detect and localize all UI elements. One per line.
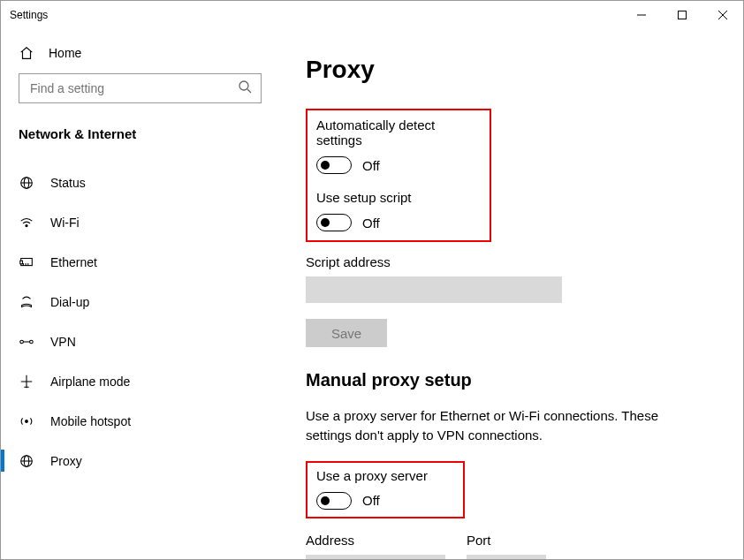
sidebar-item-label: VPN	[50, 335, 76, 349]
ethernet-icon	[19, 254, 34, 270]
window-controls	[621, 1, 743, 29]
content: Home Network & Internet	[1, 29, 743, 559]
script-address-label: Script address	[306, 254, 717, 269]
sidebar-item-label: Wi-Fi	[50, 216, 80, 230]
sidebar-item-dialup[interactable]: Dial-up	[1, 282, 279, 322]
svg-point-9	[26, 224, 27, 226]
address-port-row: Address Port	[306, 529, 717, 560]
setup-script-toggle[interactable]	[316, 214, 352, 231]
svg-point-4	[239, 81, 248, 90]
address-input[interactable]	[306, 555, 445, 560]
page-title: Proxy	[306, 56, 717, 84]
svg-point-16	[20, 340, 24, 344]
nav-list: Status Wi-Fi	[1, 152, 279, 481]
main-panel: Proxy Automatically detect settings Off …	[279, 29, 743, 559]
sidebar-item-label: Dial-up	[50, 295, 89, 309]
use-proxy-state: Off	[362, 493, 380, 508]
titlebar: Settings	[1, 1, 743, 29]
manual-heading: Manual proxy setup	[306, 370, 717, 390]
svg-rect-1	[679, 11, 687, 19]
sidebar-item-status[interactable]: Status	[1, 163, 279, 202]
sidebar-item-proxy[interactable]: Proxy	[1, 441, 279, 481]
port-input[interactable]	[467, 555, 546, 560]
save-button[interactable]: Save	[306, 319, 387, 347]
auto-detect-setting: Automatically detect settings Off	[316, 117, 481, 174]
wifi-icon	[19, 215, 34, 231]
setup-script-state: Off	[362, 216, 380, 231]
setup-script-setting: Use setup script Off	[316, 190, 481, 231]
status-icon	[19, 175, 34, 191]
highlight-proxy-section: Use a proxy server Off	[306, 461, 465, 518]
sidebar-item-label: Proxy	[50, 454, 82, 468]
vpn-icon	[19, 334, 34, 350]
dialup-icon	[19, 294, 34, 310]
search-wrap	[1, 70, 279, 119]
home-label: Home	[49, 46, 81, 60]
svg-point-17	[30, 340, 34, 344]
window-title: Settings	[10, 9, 621, 21]
svg-point-19	[26, 420, 28, 422]
setup-script-label: Use setup script	[316, 190, 481, 205]
search-input[interactable]	[28, 80, 238, 96]
sidebar-item-label: Ethernet	[50, 255, 97, 269]
sidebar-item-hotspot[interactable]: Mobile hotspot	[1, 401, 279, 441]
sidebar-item-label: Status	[50, 176, 86, 190]
manual-description: Use a proxy server for Ethernet or Wi-Fi…	[306, 406, 686, 445]
sidebar-item-vpn[interactable]: VPN	[1, 322, 279, 361]
auto-detect-state: Off	[362, 158, 380, 173]
auto-detect-toggle[interactable]	[316, 156, 352, 174]
sidebar-item-ethernet[interactable]: Ethernet	[1, 242, 279, 282]
airplane-icon	[19, 374, 34, 390]
sidebar: Home Network & Internet	[1, 29, 279, 559]
search-box[interactable]	[19, 73, 262, 103]
use-proxy-toggle[interactable]	[316, 492, 352, 510]
home-icon	[19, 45, 34, 61]
maximize-button[interactable]	[662, 1, 702, 29]
category-title: Network & Internet	[1, 119, 279, 152]
minimize-button[interactable]	[621, 1, 662, 29]
highlight-auto-section: Automatically detect settings Off Use se…	[306, 109, 491, 242]
sidebar-item-label: Mobile hotspot	[50, 414, 131, 428]
home-link[interactable]: Home	[1, 29, 279, 70]
sidebar-item-wifi[interactable]: Wi-Fi	[1, 202, 279, 242]
hotspot-icon	[19, 413, 34, 429]
port-label: Port	[467, 533, 546, 548]
address-label: Address	[306, 533, 445, 548]
svg-line-5	[247, 89, 251, 93]
settings-window: Settings Home	[0, 0, 744, 560]
script-address-input[interactable]	[306, 276, 562, 303]
sidebar-item-label: Airplane mode	[50, 375, 130, 389]
sidebar-item-airplane[interactable]: Airplane mode	[1, 361, 279, 401]
use-proxy-label: Use a proxy server	[316, 468, 454, 483]
close-button[interactable]	[702, 1, 743, 29]
proxy-icon	[19, 453, 34, 469]
auto-detect-label: Automatically detect settings	[316, 117, 481, 148]
svg-rect-15	[20, 261, 23, 264]
search-icon	[238, 79, 252, 97]
